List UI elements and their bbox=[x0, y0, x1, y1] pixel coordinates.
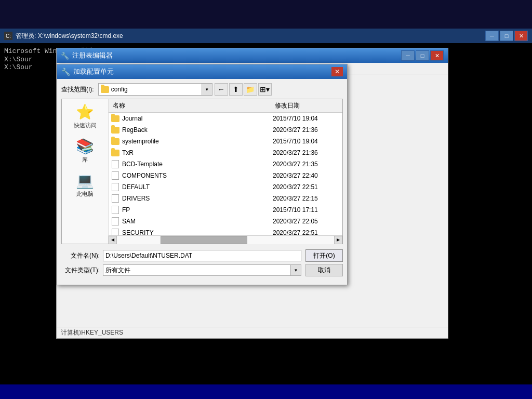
file-date: 2020/3/27 21:36 bbox=[273, 126, 340, 134]
folder-combo[interactable]: config ▼ bbox=[98, 83, 212, 96]
file-row-icon bbox=[111, 194, 120, 203]
hscroll-thumb[interactable] bbox=[161, 236, 247, 244]
folder-row-icon bbox=[111, 126, 120, 134]
file-row-icon bbox=[111, 183, 120, 191]
toolbar-label: 查找范围(I): bbox=[61, 85, 94, 94]
file-date: 2020/3/27 21:36 bbox=[273, 149, 340, 156]
file-list-scroll[interactable]: Journal2015/7/10 19:04RegBack2020/3/27 2… bbox=[109, 113, 342, 235]
back-btn[interactable]: ← bbox=[215, 83, 228, 96]
folder-row-icon bbox=[111, 149, 120, 157]
file-row[interactable]: FP2015/7/10 17:11 bbox=[109, 204, 342, 216]
filetype-row: 文件类型(T): 所有文件 ▼ 取消 bbox=[61, 264, 343, 276]
view-btn[interactable]: ⊞▾ bbox=[258, 83, 272, 96]
file-row[interactable]: RegBack2020/3/27 21:36 bbox=[109, 124, 342, 136]
regedit-title: 注册表编辑器 bbox=[72, 51, 113, 60]
cancel-btn[interactable]: 取消 bbox=[305, 264, 343, 276]
file-date: 2020/3/27 21:35 bbox=[273, 161, 340, 168]
regedit-titlebar-btns: ─ □ ✕ bbox=[401, 50, 444, 61]
form-btns-right: 打开(O) bbox=[305, 249, 343, 262]
hscroll-area[interactable]: ◀ ▶ bbox=[109, 235, 342, 244]
hscroll-track[interactable] bbox=[117, 236, 334, 244]
filename-input[interactable] bbox=[103, 250, 301, 261]
cmd-maximize-btn[interactable]: □ bbox=[500, 31, 513, 41]
quick-access-icon: ⭐ bbox=[76, 103, 94, 121]
file-row[interactable]: TxR2020/3/27 21:36 bbox=[109, 147, 342, 158]
cmd-icon: C: bbox=[4, 32, 12, 40]
file-name: BCD-Template bbox=[122, 161, 273, 168]
filetype-combo[interactable]: 所有文件 ▼ bbox=[103, 264, 301, 276]
file-row-icon bbox=[111, 171, 120, 180]
file-name: SECURITY bbox=[122, 229, 273, 235]
file-date: 2020/3/27 22:40 bbox=[273, 172, 340, 179]
dialog-titlebar[interactable]: 🔧 加载配置单元 ✕ bbox=[57, 64, 347, 79]
dialog-toolbar: 查找范围(I): config ▼ ← ⬆ 📁 ⊞▾ bbox=[61, 83, 343, 96]
file-row-icon bbox=[111, 217, 120, 225]
cmd-title: 管理员: X:\windows\system32\cmd.exe bbox=[16, 32, 123, 41]
statusbar-text: 计算机\HKEY_USERS bbox=[61, 328, 123, 337]
dialog-body: 查找范围(I): config ▼ ← ⬆ 📁 ⊞▾ ⭐ bbox=[57, 79, 347, 285]
regedit-window: 🔧 注册表编辑器 ─ □ ✕ 文件(F) 编辑(E) 查看(V) 收藏夹(A) … bbox=[56, 48, 448, 339]
filetype-value: 所有文件 bbox=[105, 266, 130, 275]
file-row-icon bbox=[111, 206, 120, 214]
folder-row-icon bbox=[111, 137, 120, 145]
library-label: 库 bbox=[82, 156, 88, 164]
folder-combo-arrow[interactable]: ▼ bbox=[202, 84, 212, 95]
file-name: systemprofile bbox=[122, 138, 273, 145]
quick-access-label: 快速访问 bbox=[74, 122, 97, 129]
new-folder-btn[interactable]: 📁 bbox=[244, 83, 257, 96]
filename-row: 文件名(N): 打开(O) bbox=[61, 249, 343, 262]
left-panel-quick-access[interactable]: ⭐ 快速访问 bbox=[67, 101, 103, 131]
left-panel-library[interactable]: 📚 库 bbox=[67, 136, 103, 166]
file-row[interactable]: SECURITY2020/3/27 22:51 bbox=[109, 227, 342, 235]
file-name: FP bbox=[122, 206, 273, 214]
file-row[interactable]: SAM2020/3/27 22:05 bbox=[109, 216, 342, 227]
file-name: RegBack bbox=[122, 126, 273, 134]
file-row[interactable]: systemprofile2015/7/10 19:04 bbox=[109, 136, 342, 147]
file-list-header: 名称 修改日期 bbox=[109, 99, 342, 113]
file-date: 2020/3/27 22:05 bbox=[273, 218, 340, 225]
dialog-close-btn[interactable]: ✕ bbox=[331, 67, 343, 76]
dialog-title: 加载配置单元 bbox=[73, 67, 114, 76]
file-date: 2020/3/27 22:51 bbox=[273, 229, 340, 235]
cmd-titlebar[interactable]: C: 管理员: X:\windows\system32\cmd.exe ─ □ … bbox=[0, 29, 532, 43]
open-btn[interactable]: 打开(O) bbox=[305, 249, 343, 262]
file-row[interactable]: COMPONENTS2020/3/27 22:40 bbox=[109, 170, 342, 181]
file-date: 2020/3/27 22:15 bbox=[273, 195, 340, 202]
hscroll-left-btn[interactable]: ◀ bbox=[109, 236, 117, 244]
file-name: DRIVERS bbox=[122, 195, 273, 202]
file-row[interactable]: Journal2015/7/10 19:04 bbox=[109, 113, 342, 124]
file-date: 2015/7/10 19:04 bbox=[273, 138, 340, 145]
this-pc-label: 此电脑 bbox=[76, 190, 94, 198]
regedit-minimize-btn[interactable]: ─ bbox=[401, 50, 415, 61]
file-name: SAM bbox=[122, 218, 273, 225]
file-row[interactable]: DEFAULT2020/3/27 22:51 bbox=[109, 181, 342, 193]
cmd-close-btn[interactable]: ✕ bbox=[514, 31, 528, 41]
file-row-icon bbox=[111, 229, 120, 235]
regedit-maximize-btn[interactable]: □ bbox=[416, 50, 429, 61]
toolbar-btns: ← ⬆ 📁 ⊞▾ bbox=[215, 83, 272, 96]
hscroll-right-btn[interactable]: ▶ bbox=[334, 236, 342, 244]
cmd-minimize-btn[interactable]: ─ bbox=[485, 31, 499, 41]
regedit-titlebar[interactable]: 🔧 注册表编辑器 ─ □ ✕ bbox=[57, 48, 448, 63]
file-row[interactable]: BCD-Template2020/3/27 21:35 bbox=[109, 158, 342, 170]
file-date: 2015/7/10 17:11 bbox=[273, 206, 340, 214]
up-btn[interactable]: ⬆ bbox=[229, 83, 243, 96]
folder-row-icon bbox=[111, 114, 120, 123]
left-panel-this-pc[interactable]: 💻 此电脑 bbox=[67, 170, 103, 200]
dialog-icon: 🔧 bbox=[61, 68, 70, 76]
file-date: 2020/3/27 22:51 bbox=[273, 183, 340, 191]
file-row[interactable]: DRIVERS2020/3/27 22:15 bbox=[109, 193, 342, 204]
library-icon: 📚 bbox=[76, 138, 94, 155]
file-name: TxR bbox=[122, 149, 273, 156]
folder-icon bbox=[101, 86, 109, 93]
regedit-close-btn[interactable]: ✕ bbox=[430, 50, 444, 61]
file-name: DEFAULT bbox=[122, 183, 273, 191]
filename-label: 文件名(N): bbox=[61, 251, 103, 260]
top-area bbox=[0, 0, 532, 29]
file-date: 2015/7/10 19:04 bbox=[273, 115, 340, 122]
dialog-form: 文件名(N): 打开(O) 文件类型(T): 所有文件 ▼ 取消 bbox=[61, 247, 343, 281]
file-name: COMPONENTS bbox=[122, 172, 273, 179]
file-list-area: 名称 修改日期 Journal2015/7/10 19:04RegBack202… bbox=[109, 99, 342, 244]
filetype-combo-arrow[interactable]: ▼ bbox=[290, 265, 301, 275]
file-name: Journal bbox=[122, 115, 273, 122]
